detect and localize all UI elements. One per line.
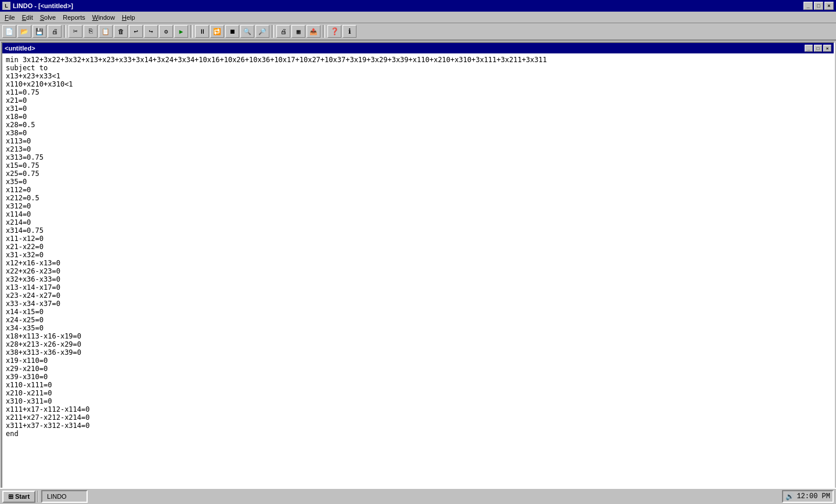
document-window: <untitled> _ □ × min 3x12+3x22+3x32+x13+… <box>1 42 835 502</box>
zoom-out-button[interactable]: 🔎 <box>255 25 269 38</box>
matrix-button[interactable]: ▦ <box>291 25 305 38</box>
sep3 <box>272 25 274 38</box>
about-button[interactable]: ℹ <box>343 25 356 38</box>
stop-button[interactable]: ⏹ <box>225 25 239 38</box>
zoom-in-button[interactable]: 🔍 <box>240 25 254 38</box>
save-button[interactable]: 💾 <box>33 25 46 38</box>
window-title: LINDO - [<untitled>] <box>13 2 73 9</box>
menu-reports[interactable]: Reports <box>59 12 89 23</box>
start-label: Start <box>15 493 30 500</box>
doc-close-button[interactable]: × <box>823 45 831 52</box>
menu-window[interactable]: Window <box>89 12 118 23</box>
restore-button[interactable]: □ <box>814 2 823 10</box>
go-button[interactable]: ▶ <box>174 25 188 38</box>
scroll-content[interactable]: min 3x12+3x22+3x32+x13+x23+x33+3x14+3x24… <box>2 53 834 501</box>
system-tray: 🔊 12:00 PM <box>782 490 834 503</box>
speaker-icon: 🔊 <box>785 492 794 501</box>
undo-button[interactable]: ↩ <box>129 25 143 38</box>
app-icon: L <box>2 2 10 10</box>
window-controls: _ □ × <box>803 2 834 10</box>
menu-file[interactable]: File <box>1 12 19 23</box>
export-button[interactable]: 📤 <box>307 25 320 38</box>
cut-button[interactable]: ✂ <box>69 25 82 38</box>
sep2 <box>190 25 193 38</box>
paste-button[interactable]: 📋 <box>99 25 113 38</box>
open-button[interactable]: 📂 <box>17 25 31 38</box>
taskbar: ⊞ Start LINDO 🔊 12:00 PM <box>0 488 836 503</box>
doc-window-controls: _ □ × <box>805 45 831 52</box>
lp-content: min 3x12+3x22+3x32+x13+x23+x33+3x14+3x24… <box>6 56 830 438</box>
resume-button[interactable]: 🔁 <box>210 25 224 38</box>
menu-help[interactable]: Help <box>118 12 139 23</box>
menu-solve[interactable]: Solve <box>37 12 60 23</box>
doc-title-bar: <untitled> _ □ × <box>2 43 834 53</box>
sep4 <box>323 25 325 38</box>
menu-edit[interactable]: Edit <box>19 12 37 23</box>
pause-button[interactable]: ⏸ <box>195 25 209 38</box>
taskbar-lindo[interactable]: LINDO <box>41 490 88 503</box>
print-button[interactable]: 🖨 <box>48 25 62 38</box>
redo-button[interactable]: ↪ <box>144 25 158 38</box>
taskbar-separator <box>38 491 39 502</box>
clock-display: 12:00 PM <box>797 492 830 501</box>
title-bar: L LINDO - [<untitled>] _ □ × <box>0 0 836 12</box>
menu-bar: File Edit Solve Reports Window Help <box>0 12 836 23</box>
sep1 <box>64 25 66 38</box>
start-button[interactable]: ⊞ Start <box>2 491 35 503</box>
close-button[interactable]: × <box>824 2 834 10</box>
new-button[interactable]: 📄 <box>2 25 16 38</box>
doc-title: <untitled> <box>5 45 35 52</box>
copy-button[interactable]: ⎘ <box>84 25 98 38</box>
start-icon: ⊞ <box>8 493 13 501</box>
compile-button[interactable]: ⚙ <box>159 25 173 38</box>
taskbar-item-label: LINDO <box>47 493 67 500</box>
toolbar: 📄 📂 💾 🖨 ✂ ⎘ 📋 🗑 ↩ ↪ ⚙ ▶ ⏸ 🔁 ⏹ 🔍 🔎 🖨 ▦ 📤 … <box>0 23 836 41</box>
help-icon-button[interactable]: ❓ <box>327 25 341 38</box>
print2-button[interactable]: 🖨 <box>276 25 290 38</box>
delete-button[interactable]: 🗑 <box>114 25 128 38</box>
minimize-button[interactable]: _ <box>803 2 813 10</box>
doc-minimize-button[interactable]: _ <box>805 45 813 52</box>
doc-restore-button[interactable]: □ <box>814 45 822 52</box>
content-wrapper: min 3x12+3x22+3x32+x13+x23+x33+3x14+3x24… <box>2 53 834 501</box>
